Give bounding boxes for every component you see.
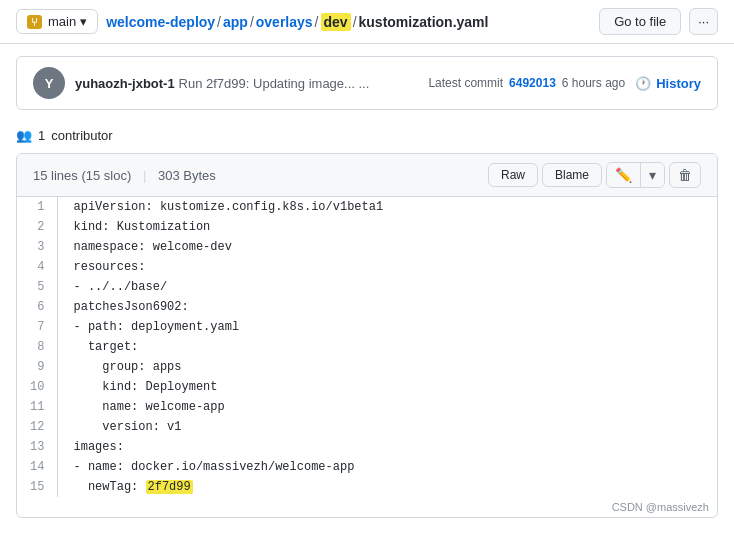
latest-commit-label: Latest commit bbox=[428, 76, 503, 90]
line-number: 5 bbox=[17, 277, 57, 297]
history-label: History bbox=[656, 76, 701, 91]
line-number: 7 bbox=[17, 317, 57, 337]
line-code: namespace: welcome-dev bbox=[57, 237, 717, 257]
table-row: 7- path: deployment.yaml bbox=[17, 317, 717, 337]
file-meta: 15 lines (15 sloc) | 303 Bytes bbox=[33, 168, 478, 183]
repo-link[interactable]: welcome-deploy bbox=[106, 14, 215, 30]
line-number: 2 bbox=[17, 217, 57, 237]
line-code: target: bbox=[57, 337, 717, 357]
chevron-down-icon: ▾ bbox=[80, 14, 87, 29]
branch-label: main bbox=[48, 14, 76, 29]
table-row: 12 version: v1 bbox=[17, 417, 717, 437]
file-viewer: 15 lines (15 sloc) | 303 Bytes Raw Blame… bbox=[16, 153, 718, 518]
line-code: group: apps bbox=[57, 357, 717, 377]
sep1: / bbox=[217, 14, 221, 30]
contributor-label: contributor bbox=[51, 128, 112, 143]
table-row: 8 target: bbox=[17, 337, 717, 357]
latest-commit-section: Latest commit 6492013 6 hours ago bbox=[428, 76, 625, 90]
table-row: 11 name: welcome-app bbox=[17, 397, 717, 417]
table-row: 1apiVersion: kustomize.config.k8s.io/v1b… bbox=[17, 197, 717, 217]
line-number: 4 bbox=[17, 257, 57, 277]
line-code: newTag: 2f7d99 bbox=[57, 477, 717, 497]
blame-button[interactable]: Blame bbox=[542, 163, 602, 187]
line-code: - name: docker.io/massivezh/welcome-app bbox=[57, 457, 717, 477]
table-row: 10 kind: Deployment bbox=[17, 377, 717, 397]
table-row: 9 group: apps bbox=[17, 357, 717, 377]
line-number: 13 bbox=[17, 437, 57, 457]
contributor-count: 1 bbox=[38, 128, 45, 143]
commit-hash-link[interactable]: 6492013 bbox=[509, 76, 556, 90]
line-code: kind: Kustomization bbox=[57, 217, 717, 237]
code-table: 1apiVersion: kustomize.config.k8s.io/v1b… bbox=[17, 197, 717, 497]
line-code: - ../../base/ bbox=[57, 277, 717, 297]
line-number: 1 bbox=[17, 197, 57, 217]
commit-bar: Y yuhaozh-jxbot-1 Run 2f7d99: Updating i… bbox=[16, 56, 718, 110]
commit-info: yuhaozh-jxbot-1 Run 2f7d99: Updating ima… bbox=[75, 75, 418, 91]
contributor-icon: 👥 bbox=[16, 128, 32, 143]
raw-button[interactable]: Raw bbox=[488, 163, 538, 187]
line-number: 14 bbox=[17, 457, 57, 477]
size-label: 303 Bytes bbox=[158, 168, 216, 183]
line-number: 9 bbox=[17, 357, 57, 377]
app-link[interactable]: app bbox=[223, 14, 248, 30]
overlays-link[interactable]: overlays bbox=[256, 14, 313, 30]
history-button[interactable]: 🕐 History bbox=[635, 76, 701, 91]
time-ago: 6 hours ago bbox=[562, 76, 625, 90]
dev-highlighted: dev bbox=[321, 13, 351, 31]
file-header: 15 lines (15 sloc) | 303 Bytes Raw Blame… bbox=[17, 154, 717, 197]
table-row: 6patchesJson6902: bbox=[17, 297, 717, 317]
line-code: - path: deployment.yaml bbox=[57, 317, 717, 337]
sep2: / bbox=[250, 14, 254, 30]
line-code: resources: bbox=[57, 257, 717, 277]
branch-icon: ⑂ bbox=[27, 15, 42, 29]
table-row: 15 newTag: 2f7d99 bbox=[17, 477, 717, 497]
table-row: 5- ../../base/ bbox=[17, 277, 717, 297]
line-number: 15 bbox=[17, 477, 57, 497]
lines-label: 15 lines (15 sloc) bbox=[33, 168, 131, 183]
line-number: 12 bbox=[17, 417, 57, 437]
top-bar: ⑂ main ▾ welcome-deploy / app / overlays… bbox=[0, 0, 734, 44]
line-code: name: welcome-app bbox=[57, 397, 717, 417]
watermark: CSDN @massivezh bbox=[17, 497, 717, 517]
branch-button[interactable]: ⑂ main ▾ bbox=[16, 9, 98, 34]
more-options-button[interactable]: ··· bbox=[689, 8, 718, 35]
edit-button[interactable]: ✏️ bbox=[607, 163, 641, 187]
goto-file-button[interactable]: Go to file bbox=[599, 8, 681, 35]
line-number: 11 bbox=[17, 397, 57, 417]
table-row: 14- name: docker.io/massivezh/welcome-ap… bbox=[17, 457, 717, 477]
commit-message: Run 2f7d99: Updating image... ... bbox=[179, 76, 370, 91]
history-icon: 🕐 bbox=[635, 76, 651, 91]
line-code: patchesJson6902: bbox=[57, 297, 717, 317]
line-number: 10 bbox=[17, 377, 57, 397]
divider: | bbox=[143, 168, 146, 183]
avatar: Y bbox=[33, 67, 65, 99]
breadcrumb: welcome-deploy / app / overlays / dev / … bbox=[106, 14, 591, 30]
line-number: 3 bbox=[17, 237, 57, 257]
line-code: apiVersion: kustomize.config.k8s.io/v1be… bbox=[57, 197, 717, 217]
chevron-button[interactable]: ▾ bbox=[641, 163, 664, 187]
table-row: 3namespace: welcome-dev bbox=[17, 237, 717, 257]
line-number: 8 bbox=[17, 337, 57, 357]
commit-author: yuhaozh-jxbot-1 bbox=[75, 76, 175, 91]
sep4: / bbox=[353, 14, 357, 30]
sep3: / bbox=[315, 14, 319, 30]
line-code: version: v1 bbox=[57, 417, 717, 437]
file-actions: Raw Blame ✏️ ▾ 🗑 bbox=[488, 162, 701, 188]
line-number: 6 bbox=[17, 297, 57, 317]
contributor-bar: 👥 1 contributor bbox=[0, 122, 734, 153]
line-code: kind: Deployment bbox=[57, 377, 717, 397]
line-code: images: bbox=[57, 437, 717, 457]
table-row: 13images: bbox=[17, 437, 717, 457]
dev-link[interactable]: dev bbox=[321, 14, 351, 30]
filename: kustomization.yaml bbox=[359, 14, 489, 30]
table-row: 2kind: Kustomization bbox=[17, 217, 717, 237]
edit-actions: ✏️ ▾ bbox=[606, 162, 665, 188]
table-row: 4resources: bbox=[17, 257, 717, 277]
delete-button[interactable]: 🗑 bbox=[669, 162, 701, 188]
highlighted-value: 2f7d99 bbox=[146, 480, 193, 494]
